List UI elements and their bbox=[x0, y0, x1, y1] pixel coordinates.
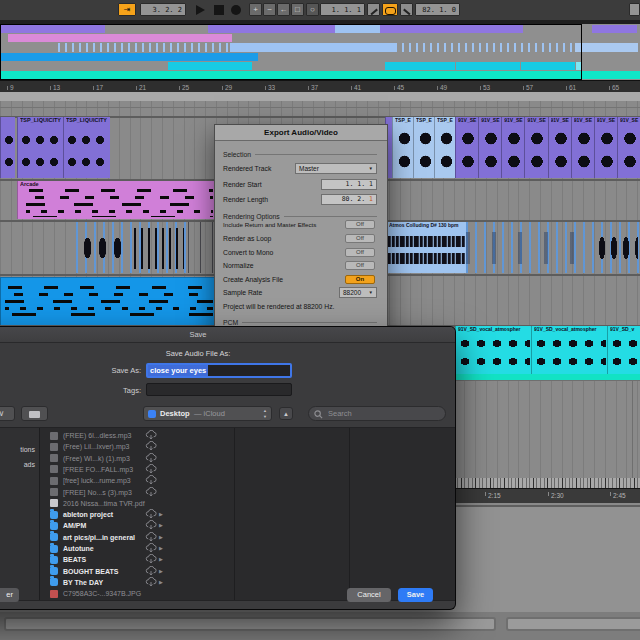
play-icon[interactable] bbox=[196, 5, 205, 15]
audio-clip-vocal-atmosphere[interactable]: 91V_SD_vocal_atmospher bbox=[531, 326, 607, 374]
bar-number: 25 bbox=[179, 81, 222, 92]
save-button[interactable]: Save bbox=[398, 588, 433, 602]
cloud-download-icon bbox=[145, 577, 157, 588]
clip-label: Atmos Colluding D# 130 bpm bbox=[389, 222, 466, 228]
arrangement-overview[interactable] bbox=[0, 24, 640, 80]
disclosure-icon[interactable]: ▶ bbox=[159, 577, 163, 588]
cloud-download-icon bbox=[145, 566, 157, 577]
audio-clip-tsp-e[interactable]: TSP_E bbox=[392, 117, 413, 178]
location-popup[interactable]: Desktop — iCloud ▲▼ bbox=[143, 406, 272, 421]
bar-number: 53 bbox=[480, 81, 523, 92]
bar-number: 29 bbox=[222, 81, 265, 92]
bar-number: 65 bbox=[609, 81, 640, 92]
waveform bbox=[480, 151, 500, 172]
re-enable-automation-button[interactable]: ← bbox=[277, 3, 290, 16]
normalize-toggle[interactable]: Off bbox=[345, 261, 375, 270]
punch-out-button[interactable] bbox=[400, 3, 413, 16]
audio-clip-91v-se[interactable]: 91V_SE bbox=[501, 117, 524, 178]
export-dialog-title[interactable]: Export Audio/Video bbox=[215, 125, 387, 141]
include-return-label: Include Return and Master Effects bbox=[223, 221, 316, 228]
audio-clip-91v-se[interactable]: 91V_SE bbox=[455, 117, 478, 178]
audio-clip-91v-se[interactable]: 91V_SE bbox=[524, 117, 547, 178]
punch-in-button[interactable] bbox=[367, 3, 380, 16]
audio-clip-atmos[interactable]: Atmos Colluding D# 130 bpm bbox=[386, 222, 466, 273]
audio-clip-tsp-e[interactable]: TSP_E bbox=[434, 117, 455, 178]
audio-clip-tsp-liquicity-2[interactable]: TSP_LIQUICITY bbox=[63, 117, 110, 178]
tags-input[interactable] bbox=[147, 384, 295, 397]
save-dialog-title[interactable]: Save bbox=[0, 327, 455, 343]
save-as-field[interactable]: close your eyes bbox=[146, 363, 292, 378]
view-mode-button[interactable]: ≡ ∨ bbox=[0, 406, 15, 421]
cancel-button[interactable]: Cancel bbox=[347, 588, 391, 602]
disclosure-icon[interactable]: ▶ bbox=[159, 520, 163, 531]
audio-clip-tsp-liquicity-1[interactable]: TSP_LIQUICITY bbox=[17, 117, 63, 178]
disclosure-icon[interactable]: ▶ bbox=[159, 509, 163, 520]
sidebar-item-downloads[interactable]: ads bbox=[24, 461, 35, 468]
rendered-track-dropdown[interactable]: Master bbox=[295, 163, 377, 174]
search-input[interactable] bbox=[326, 408, 430, 419]
clip-label: 91V_SD_vocal_atmospher bbox=[534, 326, 607, 332]
waveform bbox=[2, 153, 14, 171]
audio-clip-vocal-atmosphere[interactable]: 91V_SD_vocal_atmospher bbox=[455, 326, 531, 374]
bar-number: 49 bbox=[437, 81, 480, 92]
beat-time-ruler[interactable]: 91317212529333741454953576165 bbox=[0, 80, 640, 92]
bar-number: 45 bbox=[394, 81, 437, 92]
capture-midi-button[interactable]: ○ bbox=[306, 3, 319, 16]
file-icon bbox=[50, 465, 58, 473]
render-length-field[interactable]: 80. 2. 1 bbox=[321, 194, 377, 205]
transport-edge-control[interactable] bbox=[629, 3, 640, 16]
include-return-toggle[interactable]: Off bbox=[345, 220, 375, 229]
search-field[interactable] bbox=[308, 406, 446, 421]
folder-icon bbox=[50, 578, 58, 586]
midi-clip-arcade[interactable]: Arcade bbox=[17, 181, 215, 219]
save-as-label: Save As: bbox=[0, 366, 141, 375]
new-folder-button[interactable]: er bbox=[0, 588, 19, 602]
sample-rate-dropdown[interactable]: 88200 bbox=[339, 287, 377, 298]
insert-marker-button[interactable]: + bbox=[249, 3, 262, 16]
stop-icon[interactable] bbox=[214, 5, 224, 15]
audio-clip-91v-se[interactable]: 91V_SE bbox=[478, 117, 501, 178]
audio-clip-tsp-e[interactable]: TSP_E bbox=[413, 117, 434, 178]
disclosure-icon[interactable]: ▶ bbox=[159, 532, 163, 543]
loop-length-display[interactable]: 82. 1. 0 bbox=[415, 3, 460, 16]
sidebar-item-applications[interactable]: tions bbox=[20, 446, 35, 453]
tags-field[interactable] bbox=[146, 383, 292, 396]
follow-button[interactable]: ⇥ bbox=[118, 3, 136, 16]
file-icon bbox=[50, 499, 58, 507]
convert-to-mono-toggle[interactable]: Off bbox=[345, 248, 375, 257]
disclosure-icon[interactable]: ▶ bbox=[159, 566, 163, 577]
cloud-download-icon bbox=[145, 475, 157, 486]
disclosure-icon[interactable]: ▶ bbox=[159, 543, 163, 554]
audio-clip-vocal-atmosphere[interactable]: 91V_SD_v bbox=[607, 326, 640, 374]
render-start-field[interactable]: 1. 1. 1 bbox=[321, 179, 377, 190]
time-label: 2:45 bbox=[613, 492, 626, 499]
draw-mode-button[interactable]: □ bbox=[291, 3, 304, 16]
audio-clip-91v-se[interactable]: 91V_SE bbox=[594, 117, 617, 178]
waveform bbox=[526, 151, 546, 172]
disclosure-icon[interactable]: ▶ bbox=[159, 554, 163, 565]
audio-clip-91v-se[interactable]: 91V_SE bbox=[617, 117, 640, 178]
midi-clip-blue[interactable] bbox=[0, 277, 215, 325]
waveform bbox=[388, 253, 465, 264]
audio-clip-partial[interactable] bbox=[0, 117, 15, 178]
record-icon[interactable] bbox=[231, 5, 241, 15]
loop-start-display[interactable]: 1. 1. 1 bbox=[320, 3, 365, 16]
bar-number: 9 bbox=[7, 81, 50, 92]
file-icon bbox=[50, 477, 58, 485]
audio-clip-striped[interactable] bbox=[466, 222, 640, 273]
automation-mode-button[interactable]: ~ bbox=[263, 3, 276, 16]
clip-label: 91V_SD_v bbox=[610, 326, 640, 332]
waveform bbox=[573, 151, 593, 172]
arrangement-position-display[interactable]: 3. 2. 2 bbox=[140, 3, 186, 16]
render-as-loop-toggle[interactable]: Off bbox=[345, 234, 375, 243]
up-directory-button[interactable]: ▲ bbox=[279, 407, 293, 420]
overview-view-box[interactable] bbox=[0, 24, 582, 80]
new-folder-toolbar-button[interactable] bbox=[21, 406, 48, 421]
bar-number: 61 bbox=[566, 81, 609, 92]
audio-clip-sparse[interactable] bbox=[188, 222, 215, 273]
loop-button[interactable] bbox=[382, 3, 398, 16]
create-analysis-file-toggle[interactable]: On bbox=[345, 275, 375, 284]
audio-clip-striped[interactable] bbox=[76, 222, 188, 273]
audio-clip-91v-se[interactable]: 91V_SE bbox=[548, 117, 571, 178]
audio-clip-91v-se[interactable]: 91V_SE bbox=[571, 117, 594, 178]
